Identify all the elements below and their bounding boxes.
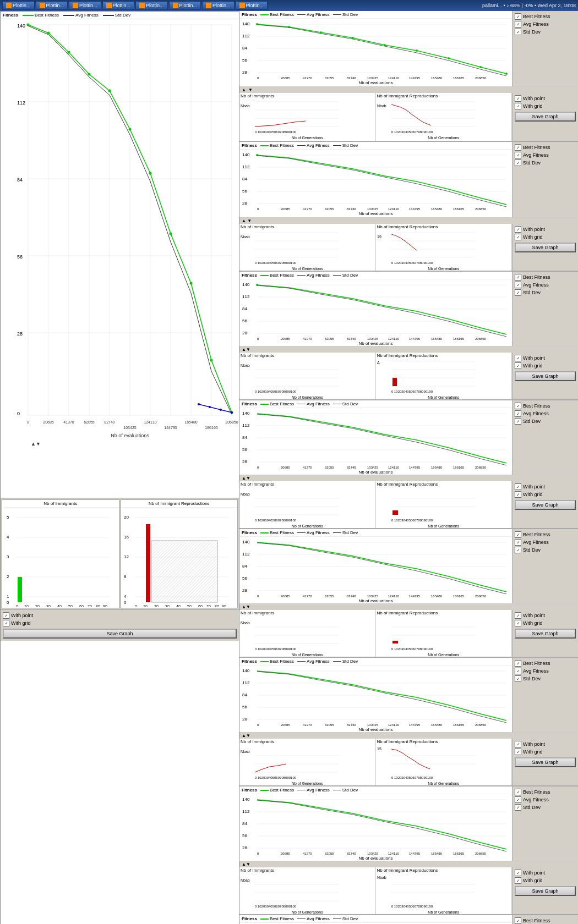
row1-with-point-cb[interactable] xyxy=(515,95,521,102)
row7-grid-cb[interactable] xyxy=(515,877,521,884)
row3-save-button[interactable]: Save Graph xyxy=(515,371,576,381)
svg-text:124110: 124110 xyxy=(144,420,156,424)
row5-arrow-up[interactable]: ▲ xyxy=(242,604,246,609)
svg-text:16: 16 xyxy=(124,535,129,540)
row6-arrow-down[interactable]: ▼ xyxy=(246,733,250,738)
row1-std-cb: Std Dev xyxy=(515,29,576,35)
row5-pt-cb[interactable] xyxy=(515,612,521,619)
svg-text:70: 70 xyxy=(206,604,211,607)
row6-pt-cb[interactable] xyxy=(515,741,521,747)
row4-best-cb[interactable] xyxy=(515,403,521,409)
row4-std-cb[interactable] xyxy=(515,418,521,425)
svg-text:112: 112 xyxy=(242,680,250,685)
taskbar-item-6[interactable]: Plottin... xyxy=(169,1,201,10)
svg-text:144795: 144795 xyxy=(409,595,421,597)
row2-fitness-svg: 140 112 84 56 28 0 20685 xyxy=(239,150,509,210)
row3-std-cb[interactable] xyxy=(515,289,521,296)
row5-arrow-down[interactable]: ▼ xyxy=(246,604,250,609)
row1-with-grid-cb[interactable] xyxy=(515,103,521,109)
row5-best-cb[interactable] xyxy=(515,531,521,538)
row3-avg-cb[interactable] xyxy=(515,282,521,288)
left-save-graph-button[interactable]: Save Graph xyxy=(3,629,237,639)
taskbar-item-3[interactable]: Plottin... xyxy=(69,1,101,10)
row2-std-checkbox[interactable] xyxy=(515,160,521,166)
row4-arrow-up[interactable]: ▲ xyxy=(242,476,246,481)
row6-immig-section: Nb of Immigrants Nbab 0 1020304050607080… xyxy=(239,739,578,785)
taskbar-label-4: Plottin... xyxy=(113,3,131,8)
row6-grid-cb[interactable] xyxy=(515,749,521,755)
row7-pt-cb[interactable] xyxy=(515,870,521,876)
row1-arrow-down[interactable]: ▼ xyxy=(248,87,253,92)
row2-avg-checkbox[interactable] xyxy=(515,152,521,158)
with-grid-checkbox[interactable] xyxy=(3,620,9,626)
legend-avg-fitness: Avg Fitness xyxy=(63,13,99,18)
row2-with-grid-cb[interactable] xyxy=(515,234,521,240)
row2-with-point-cb[interactable] xyxy=(515,226,521,233)
right-row-4: Fitness Best Fitness Avg Fitness Std Dev… xyxy=(239,400,578,529)
row1-std-checkbox[interactable] xyxy=(515,29,521,35)
svg-text:0: 0 xyxy=(257,595,259,597)
row6-std-cb[interactable] xyxy=(515,675,521,682)
row7-arrow-up[interactable]: ▲ xyxy=(242,862,246,867)
svg-text:Nbab: Nbab xyxy=(241,235,250,239)
row3-arrow-down[interactable]: ▼ xyxy=(246,347,250,352)
row3-arrow-up[interactable]: ▲ xyxy=(242,347,246,352)
with-point-checkbox[interactable] xyxy=(3,612,9,619)
row7-avg-cb[interactable] xyxy=(515,796,521,803)
svg-text:0 102030405060708090100: 0 102030405060708090100 xyxy=(391,905,433,908)
taskbar-item-2[interactable]: Plottin... xyxy=(36,1,68,10)
taskbar-item-4[interactable]: Plottin... xyxy=(102,1,135,10)
row7-std-cb[interactable] xyxy=(515,804,521,811)
row8-fitness-section: Fitness Best Fitness Avg Fitness Std Dev… xyxy=(239,915,578,924)
row8-controls: Best Fitness Avg Fitness Std Dev xyxy=(512,915,578,924)
row5-std-cb[interactable] xyxy=(515,547,521,553)
taskbar-item-1[interactable]: Plottin... xyxy=(2,1,35,10)
right-row-3: Fitness Best Fitness Avg Fitness Std Dev… xyxy=(239,272,578,400)
row1-save-button[interactable]: Save Graph xyxy=(515,112,576,122)
row6-best-cb[interactable] xyxy=(515,660,521,667)
row6-repro-svg: 15 0 102030405060708090100 xyxy=(376,745,478,780)
row1-arrow-up[interactable]: ▲ xyxy=(242,87,246,92)
row3-pt-cb[interactable] xyxy=(515,355,521,361)
row6-avg-cb[interactable] xyxy=(515,668,521,674)
svg-text:84: 84 xyxy=(242,177,247,182)
svg-text:12: 12 xyxy=(124,554,129,559)
taskbar-item-5[interactable]: Plottin... xyxy=(135,1,168,10)
row5-grid-cb[interactable] xyxy=(515,620,521,626)
row5-save-button[interactable]: Save Graph xyxy=(515,629,576,639)
row8-best-cb[interactable] xyxy=(515,917,521,924)
svg-text:56: 56 xyxy=(242,447,247,452)
svg-text:90: 90 xyxy=(222,604,226,607)
row7-immig-controls: With point With grid Save Graph xyxy=(512,867,578,914)
row4-save-button[interactable]: Save Graph xyxy=(515,500,576,510)
row6-save-button[interactable]: Save Graph xyxy=(515,757,576,767)
row4-controls: Best Fitness Avg Fitness Std Dev xyxy=(512,400,578,475)
svg-text:186165: 186165 xyxy=(453,337,465,340)
legend-avg-label: Avg Fitness xyxy=(75,13,99,18)
row2-arrow-down[interactable]: ▼ xyxy=(247,218,252,223)
row7-best-cb[interactable] xyxy=(515,789,521,795)
taskbar-item-7[interactable]: Plottin... xyxy=(202,1,235,10)
row4-pt-cb[interactable] xyxy=(515,483,521,490)
row2-best-checkbox[interactable] xyxy=(515,144,521,151)
row1-with-grid-label: With grid xyxy=(523,103,543,109)
row3-grid-cb[interactable] xyxy=(515,362,521,369)
row5-avg-cb[interactable] xyxy=(515,539,521,546)
row2-save-button[interactable]: Save Graph xyxy=(515,243,576,252)
row6-arrow-up[interactable]: ▲ xyxy=(242,733,246,738)
row4-avg-cb[interactable] xyxy=(515,410,521,417)
row4-arrow-down[interactable]: ▼ xyxy=(246,476,250,481)
row1-repro-chart: Nb of Immigrant Reproductions Nbab 0 102… xyxy=(376,93,512,141)
row7-save-button[interactable]: Save Graph xyxy=(515,886,576,896)
row1-avg-checkbox[interactable] xyxy=(515,21,521,28)
taskbar-item-8[interactable]: Plottin... xyxy=(236,1,268,10)
svg-text:80: 80 xyxy=(215,604,219,607)
row1-immig-section: Nb of Immigrants Nbab 0 1020304050607080… xyxy=(239,93,578,141)
row4-grid-cb[interactable] xyxy=(515,491,521,498)
row2-arrow-up[interactable]: ▲ xyxy=(242,218,246,223)
row1-best-checkbox[interactable] xyxy=(515,13,521,20)
row7-arrow-down[interactable]: ▼ xyxy=(246,862,250,867)
svg-text:0 102030405060708090100: 0 102030405060708090100 xyxy=(391,261,433,265)
row3-best-cb[interactable] xyxy=(515,274,521,280)
row3-immig-svg: Nbab 0 102030405060708090100 xyxy=(239,359,341,394)
